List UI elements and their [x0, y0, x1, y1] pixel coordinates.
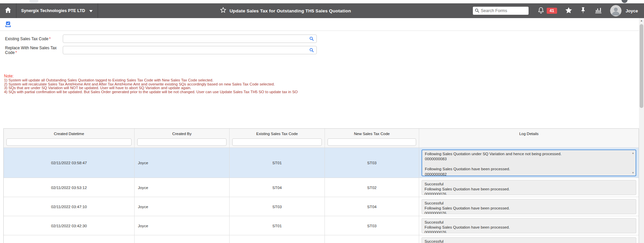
page-title: Update Sales Tax for Outstanding TH5 Sal… — [230, 8, 351, 13]
col-header-existing-sales-tax-code: Existing Sales Tax Code — [230, 129, 325, 147]
log-details-textarea[interactable]: Successful — [422, 237, 636, 243]
bell-icon — [537, 6, 545, 15]
header-right-zone: 41 Joyce — [473, 3, 644, 18]
home-icon — [4, 6, 12, 15]
col-header-label: Log Details — [519, 132, 539, 136]
replace-with-new-sales-tax-code-input[interactable] — [63, 46, 317, 54]
table-body: 02/11/2022 03:58:47 Joyce ST01 ST03 Foll… — [4, 148, 639, 243]
filter-created-datetime[interactable] — [6, 138, 132, 146]
textarea-scroll-up-icon[interactable]: ▲ — [632, 151, 634, 155]
star-outline-icon[interactable] — [220, 7, 227, 15]
browser-tab-remnant — [30, 0, 38, 3]
cell-created-datetime: 02/11/2022 03:47:10 — [4, 197, 135, 216]
vertical-scrollbar[interactable]: ▲ — [639, 18, 644, 243]
pinned-button[interactable] — [576, 3, 590, 18]
cell-log-details: Successful — [419, 235, 639, 243]
cell-created-datetime: 02/11/2022 03:42:30 — [4, 216, 135, 235]
field-input-wrap — [63, 46, 317, 54]
lookup-search-icon[interactable] — [309, 48, 314, 54]
filter-new-sales-tax-code[interactable] — [328, 138, 416, 146]
log-details-text: Successful Following Sales Quotation hav… — [425, 200, 630, 214]
app-screen: Synergix Technologies PTE LTD Update Sal… — [0, 0, 644, 243]
cell-log-details: Following Sales Quotation under SQ Varia… — [419, 148, 639, 178]
bar-chart-icon — [594, 6, 603, 15]
table-row[interactable]: Successful — [4, 235, 639, 243]
app-header: Synergix Technologies PTE LTD Update Sal… — [0, 3, 644, 18]
col-header-label: Created Datetime — [54, 132, 84, 136]
table-header-row: Created Datetime Created By Existing Sal… — [4, 129, 639, 148]
title-zone: Update Sales Tax for Outstanding TH5 Sal… — [98, 3, 473, 18]
table-row[interactable]: 02/11/2022 03:47:10 Joyce ST03 ST04 Succ… — [4, 197, 639, 216]
cell-created-by: Joyce — [135, 197, 230, 216]
cell-existing-sales-tax-code: ST01 — [230, 216, 325, 235]
cell-created-datetime: 02/11/2022 03:58:47 — [4, 148, 135, 178]
log-details-textarea[interactable]: Successful Following Sales Quotation hav… — [422, 199, 636, 214]
log-details-textarea[interactable]: Following Sales Quotation under SQ Varia… — [422, 149, 636, 176]
browser-profile-remnant — [622, 0, 628, 3]
company-name: Synergix Technologies PTE LTD — [21, 8, 87, 13]
home-button[interactable] — [0, 3, 16, 18]
field-label: Existing Sales Tax Code* — [5, 37, 63, 41]
company-selector[interactable]: Synergix Technologies PTE LTD — [16, 3, 98, 18]
pin-icon — [580, 7, 586, 15]
col-header-label: Existing Sales Tax Code — [256, 132, 298, 136]
cell-log-details: Successful Following Sales Quotation hav… — [419, 216, 639, 235]
log-details-text: Successful Following Sales Quotation hav… — [425, 220, 630, 233]
field-label: Replace With New Sales Tax Code* — [5, 46, 63, 55]
cell-existing-sales-tax-code: ST04 — [230, 178, 325, 197]
required-marker: * — [15, 50, 17, 55]
log-details-text: Successful — [425, 239, 630, 243]
existing-sales-tax-code-input[interactable] — [63, 35, 317, 43]
scrollbar-up-arrow[interactable]: ▲ — [639, 19, 644, 22]
forms-search — [473, 7, 529, 15]
star-icon — [565, 6, 573, 15]
log-details-text: Following Sales Quotation under SQ Varia… — [425, 151, 630, 176]
cell-new-sales-tax-code: ST04 — [325, 197, 419, 216]
log-table: Created Datetime Created By Existing Sal… — [3, 128, 639, 243]
notifications-button[interactable]: 41 — [534, 3, 561, 18]
cell-new-sales-tax-code — [325, 235, 419, 243]
submit-vote-icon[interactable] — [4, 21, 12, 28]
filter-created-by[interactable] — [137, 138, 227, 146]
favorites-button[interactable] — [561, 3, 576, 18]
avatar[interactable] — [610, 5, 622, 16]
cell-created-by: Joyce — [135, 178, 230, 197]
log-details-textarea[interactable]: Successful Following Sales Quotation hav… — [422, 180, 636, 195]
table-row[interactable]: 02/11/2022 03:42:30 Joyce ST01 ST03 Succ… — [4, 216, 639, 235]
field-label-text: Existing Sales Tax Code — [5, 37, 48, 41]
log-details-textarea[interactable]: Successful Following Sales Quotation hav… — [422, 218, 636, 233]
form-row-existing-code: Existing Sales Tax Code* — [5, 35, 317, 43]
log-details-text: Successful Following Sales Quotation hav… — [425, 181, 630, 195]
cell-existing-sales-tax-code: ST03 — [230, 197, 325, 216]
cell-existing-sales-tax-code: ST01 — [230, 148, 325, 178]
search-forms-input[interactable] — [473, 7, 529, 15]
cell-log-details: Successful Following Sales Quotation hav… — [419, 178, 639, 197]
form-row-new-code: Replace With New Sales Tax Code* — [5, 46, 317, 54]
note-line: 1) System will update all Outstanding Sa… — [4, 78, 298, 82]
table-row[interactable]: 02/11/2022 03:58:47 Joyce ST01 ST03 Foll… — [4, 148, 639, 178]
notification-badge: 41 — [547, 8, 557, 14]
reports-button[interactable] — [590, 3, 606, 18]
lookup-search-icon[interactable] — [309, 36, 314, 43]
username[interactable]: Joyce — [626, 8, 638, 13]
scrollbar-thumb[interactable] — [640, 24, 643, 108]
cell-log-details: Successful Following Sales Quotation hav… — [419, 197, 639, 216]
form-toolbar — [0, 18, 639, 31]
cell-new-sales-tax-code: ST02 — [325, 178, 419, 197]
cell-new-sales-tax-code: ST03 — [325, 216, 419, 235]
col-header-created-datetime: Created Datetime — [4, 129, 135, 147]
col-header-new-sales-tax-code: New Sales Tax Code — [325, 129, 419, 147]
required-marker: * — [49, 37, 51, 41]
field-label-text: Replace With New Sales Tax Code — [5, 46, 57, 55]
col-header-label: New Sales Tax Code — [354, 132, 390, 136]
table-row[interactable]: 02/11/2022 03:53:12 Joyce ST04 ST02 Succ… — [4, 178, 639, 197]
cell-created-by: Joyce — [135, 148, 230, 178]
cell-new-sales-tax-code: ST03 — [325, 148, 419, 178]
cell-existing-sales-tax-code — [230, 235, 325, 243]
col-header-label: Created By — [172, 132, 192, 136]
textarea-scroll-down-icon[interactable]: ▼ — [632, 171, 634, 174]
dropdown-caret-icon — [89, 8, 93, 14]
col-header-log-details: Log Details — [419, 129, 639, 147]
note-line: 4) SQs with partial confimation will be … — [4, 90, 298, 94]
filter-existing-sales-tax-code[interactable] — [232, 138, 322, 146]
